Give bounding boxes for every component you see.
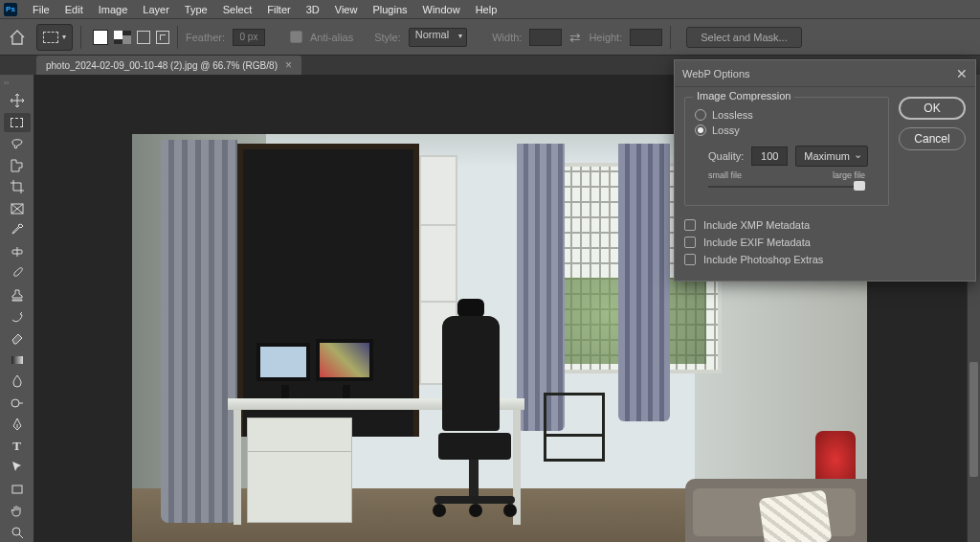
dialog-title: WebP Options — [682, 68, 750, 79]
height-input — [630, 29, 662, 46]
hand-tool-icon[interactable] — [4, 501, 31, 521]
quality-slider[interactable] — [708, 180, 865, 193]
selection-mode-group — [93, 30, 169, 45]
radio-icon — [695, 109, 706, 121]
menu-edit[interactable]: Edit — [57, 2, 91, 17]
selection-tool-icon[interactable] — [4, 156, 31, 176]
history-brush-tool-icon[interactable] — [4, 306, 31, 327]
dodge-tool-icon[interactable] — [4, 393, 31, 413]
shape-tool-icon[interactable] — [4, 480, 31, 500]
lasso-tool-icon[interactable] — [4, 134, 31, 154]
menu-view[interactable]: View — [327, 2, 366, 17]
eraser-tool-icon[interactable] — [4, 328, 31, 349]
menu-filter[interactable]: Filter — [259, 2, 298, 17]
add-to-selection-icon[interactable] — [114, 31, 131, 44]
slider-small-label: small file — [708, 170, 742, 180]
options-bar: ▾ Feather: Anti-alias Style: Normal Widt… — [0, 19, 980, 56]
tools-panel: ›› T — [0, 75, 34, 542]
separator — [670, 26, 671, 49]
zoom-tool-icon[interactable] — [4, 523, 31, 542]
close-icon[interactable]: × — [285, 58, 292, 72]
new-selection-icon[interactable] — [93, 30, 108, 45]
gradient-tool-icon[interactable] — [4, 350, 31, 370]
ok-button[interactable]: OK — [899, 97, 966, 120]
quality-label: Quality: — [708, 150, 744, 162]
include-exif-checkbox[interactable]: Include EXIF Metadata — [684, 237, 889, 248]
document-tab-title: photo_2024-02-09_00-10-48 (2).jpg @ 66.7… — [46, 60, 278, 71]
document-tab[interactable]: photo_2024-02-09_00-10-48 (2).jpg @ 66.7… — [36, 56, 301, 75]
subtract-selection-icon[interactable] — [137, 31, 150, 44]
antialias-label: Anti-alias — [310, 32, 353, 43]
blur-tool-icon[interactable] — [4, 372, 31, 392]
slider-thumb-icon[interactable] — [854, 181, 865, 191]
style-value: Normal — [415, 29, 449, 40]
menu-select[interactable]: Select — [215, 2, 260, 17]
include-ps-checkbox[interactable]: Include Photoshop Extras — [684, 254, 889, 265]
svg-rect-2 — [11, 356, 23, 364]
app-icon: Ps — [4, 3, 17, 16]
lossless-label: Lossless — [712, 109, 753, 121]
antialias-checkbox — [290, 31, 302, 43]
close-icon[interactable]: ✕ — [956, 66, 968, 81]
menu-image[interactable]: Image — [91, 2, 136, 17]
slider-large-label: large file — [833, 170, 865, 180]
svg-rect-4 — [12, 486, 22, 493]
compression-fieldset: Image Compression Lossless Lossy Quality… — [684, 97, 889, 206]
pen-tool-icon[interactable] — [4, 415, 31, 435]
checkbox-icon — [684, 219, 696, 231]
chevron-down-icon: ▾ — [62, 33, 66, 41]
move-tool-icon[interactable] — [4, 91, 31, 111]
intersect-selection-icon[interactable] — [156, 31, 169, 44]
lossy-radio[interactable]: Lossy — [695, 124, 879, 136]
svg-point-3 — [11, 399, 19, 407]
menu-bar: Ps File Edit Image Layer Type Select Fil… — [0, 0, 980, 19]
lossy-label: Lossy — [712, 124, 740, 136]
menu-window[interactable]: Window — [415, 2, 468, 17]
include-xmp-checkbox[interactable]: Include XMP Metadata — [684, 219, 889, 231]
cancel-button[interactable]: Cancel — [899, 127, 966, 150]
radio-icon — [695, 124, 706, 136]
compression-legend: Image Compression — [693, 90, 794, 102]
brush-tool-icon[interactable] — [4, 263, 31, 283]
select-and-mask-button[interactable]: Select and Mask... — [686, 27, 802, 48]
include-exif-label: Include EXIF Metadata — [703, 237, 811, 248]
menu-file[interactable]: File — [25, 2, 57, 17]
type-tool-icon[interactable]: T — [4, 437, 31, 457]
menu-help[interactable]: Help — [468, 2, 505, 17]
height-label: Height: — [589, 32, 622, 43]
marquee-icon — [43, 32, 58, 43]
quality-input[interactable] — [751, 147, 788, 166]
style-select[interactable]: Normal — [409, 28, 467, 47]
frame-tool-icon[interactable] — [4, 199, 31, 219]
stamp-tool-icon[interactable] — [4, 285, 31, 305]
home-icon[interactable] — [6, 26, 29, 49]
feather-label: Feather: — [186, 32, 225, 43]
menu-plugins[interactable]: Plugins — [365, 2, 414, 17]
width-label: Width: — [492, 32, 522, 43]
current-tool-preset[interactable]: ▾ — [36, 24, 73, 51]
healing-tool-icon[interactable] — [4, 242, 31, 262]
menu-type[interactable]: Type — [177, 2, 215, 17]
include-ps-label: Include Photoshop Extras — [703, 254, 823, 265]
swap-wh-icon[interactable]: ⇄ — [569, 30, 581, 45]
dialog-titlebar[interactable]: WebP Options ✕ — [675, 60, 975, 87]
scrollbar-thumb[interactable] — [969, 362, 978, 477]
width-input — [529, 29, 562, 46]
webp-options-dialog: WebP Options ✕ Image Compression Lossles… — [674, 59, 976, 282]
quality-preset-select[interactable]: Maximum — [795, 146, 868, 167]
crop-tool-icon[interactable] — [4, 177, 31, 197]
menu-3d[interactable]: 3D — [299, 2, 327, 17]
expand-tools-icon[interactable]: ›› — [4, 79, 9, 87]
menu-layer[interactable]: Layer — [135, 2, 177, 17]
feather-input[interactable] — [233, 29, 265, 46]
include-xmp-label: Include XMP Metadata — [703, 219, 810, 231]
eyedropper-tool-icon[interactable] — [4, 220, 31, 240]
separator — [80, 26, 81, 49]
marquee-tool-icon[interactable] — [4, 113, 31, 133]
lossless-radio[interactable]: Lossless — [695, 109, 879, 121]
checkbox-icon — [684, 254, 696, 265]
checkbox-icon — [684, 237, 696, 248]
separator — [177, 26, 178, 49]
style-label: Style: — [374, 32, 401, 43]
path-select-tool-icon[interactable] — [4, 458, 31, 478]
